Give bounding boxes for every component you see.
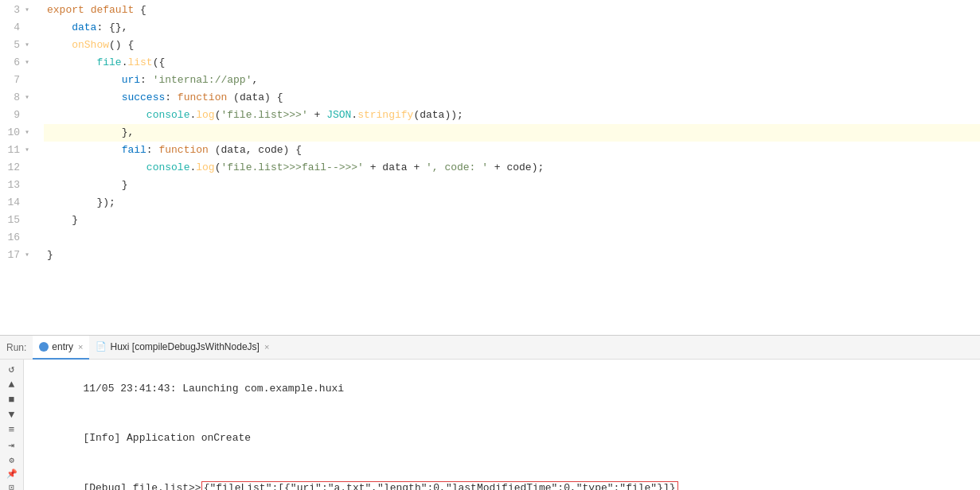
run-tabs-bar: Run: entry × 📄 Huxi [compileDebugJsWithN… [0,336,980,360]
line-number-10: 10 ▾ [0,124,37,142]
line-number-11: 11 ▾ [0,142,37,159]
editor-area: 3 ▾ 4 ▾ 5 ▾ 6 ▾ 7 ▾ [0,0,980,335]
fold-4: ▾ [21,22,33,33]
entry-tab-icon [39,342,49,352]
huxi-tab-icon: 📄 [96,341,107,352]
line-number-4: 4 ▾ [0,19,37,37]
scroll-down-button[interactable]: ▼ [3,409,21,421]
stop-button[interactable]: ■ [3,394,21,406]
tab-entry[interactable]: entry × [33,336,89,360]
line-number-17: 17 ▾ [0,247,37,264]
line-number-3: 3 ▾ [0,2,37,19]
fold-16: ▾ [21,232,33,243]
line-number-13: 13 ▾ [0,177,37,194]
fold-17[interactable]: ▾ [21,250,33,261]
fold-15: ▾ [21,215,33,226]
tab-entry-close[interactable]: × [78,342,83,352]
line-number-14: 14 ▾ [0,194,37,212]
code-line-5: onShow() { [44,37,980,54]
line-numbers: 3 ▾ 4 ▾ 5 ▾ 6 ▾ 7 ▾ [0,0,44,335]
code-line-10: }, [44,124,980,142]
fold-10[interactable]: ▾ [21,127,33,138]
scroll-up-button[interactable]: ▲ [3,379,21,391]
debug-highlight: {"fileList":[{"uri":"a.txt","length":0,"… [201,481,678,490]
code-container: 3 ▾ 4 ▾ 5 ▾ 6 ▾ 7 ▾ [0,0,980,335]
code-line-17: } [44,247,980,264]
restore-button[interactable]: ⊡ [3,482,21,490]
log-line-1: 11/05 23:41:43: Launching com.example.hu… [33,364,970,414]
line-number-5: 5 ▾ [0,37,37,54]
rerun-button[interactable]: ↺ [3,363,21,375]
code-line-11: fail: function (data, code) { [44,142,980,159]
code-line-12: console.log('file.list>>>fail-->>>' + da… [44,159,980,177]
fold-14: ▾ [21,197,33,208]
code-line-15: } [44,212,980,229]
settings-button[interactable]: ⚙ [3,455,21,465]
list-button[interactable]: ≡ [3,424,21,436]
line-number-7: 7 ▾ [0,72,37,89]
code-line-13: } [44,177,980,194]
tab-huxi-label: Huxi [compileDebugJsWithNodeJs] [110,341,259,352]
code-line-6: file.list({ [44,54,980,72]
line-number-12: 12 ▾ [0,159,37,177]
code-line-8: success: function (data) { [44,89,980,107]
code-line-9: console.log('file.list>>>' + JSON.string… [44,107,980,124]
bottom-panel: Run: entry × 📄 Huxi [compileDebugJsWithN… [0,335,980,490]
line-number-16: 16 ▾ [0,229,37,247]
fold-11[interactable]: ▾ [21,145,33,156]
fold-13: ▾ [21,180,33,191]
run-label: Run: [6,342,33,353]
code-line-14: }); [44,194,980,212]
tab-entry-label: entry [52,341,73,352]
panel-sidebar: ↺ ▲ ■ ▼ ≡ ⇥ ⚙ 📌 ⊡ [0,360,24,490]
code-line-16 [44,229,980,247]
panel-content: 11/05 23:41:43: Launching com.example.hu… [24,360,980,490]
line-number-15: 15 ▾ [0,212,37,229]
log-line-3: [Debug] file.list>>{"fileList":[{"uri":"… [33,464,970,490]
fold-6[interactable]: ▾ [21,57,33,68]
code-line-3: export default { [44,2,980,19]
fold-7: ▾ [21,75,33,86]
code-line-4: data: {}, [44,19,980,37]
fold-9: ▾ [21,110,33,121]
log-line-2: [Info] Application onCreate [33,414,970,463]
code-line-7: uri: 'internal://app', [44,72,980,89]
tab-huxi-close[interactable]: × [264,342,269,352]
fold-12: ▾ [21,162,33,173]
panel-body: ↺ ▲ ■ ▼ ≡ ⇥ ⚙ 📌 ⊡ 11/05 23:41:43: Launch… [0,360,980,490]
line-number-6: 6 ▾ [0,54,37,72]
line-number-9: 9 ▾ [0,107,37,124]
format-button[interactable]: ⇥ [3,439,21,452]
line-number-8: 8 ▾ [0,89,37,107]
fold-5[interactable]: ▾ [21,40,33,51]
tab-huxi[interactable]: 📄 Huxi [compileDebugJsWithNodeJs] × [89,336,275,360]
fold-8[interactable]: ▾ [21,92,33,103]
pin-button[interactable]: 📌 [3,469,21,479]
fold-3[interactable]: ▾ [21,5,33,16]
code-lines[interactable]: export default { data: {}, onShow() { fi… [44,0,980,335]
